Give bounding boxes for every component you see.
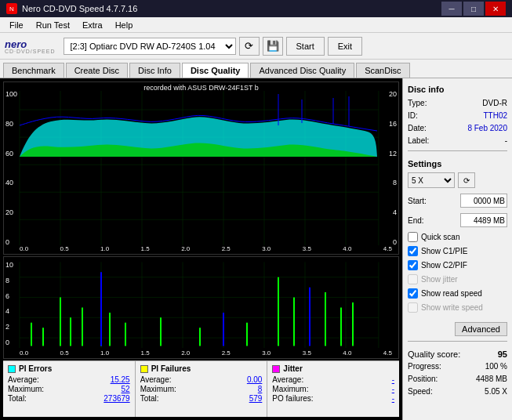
label-row: Label: - bbox=[408, 136, 507, 145]
jitter-maximum-row: Maximum: - bbox=[272, 385, 394, 393]
tabs: Benchmark Create Disc Disc Info Disc Qua… bbox=[0, 60, 512, 78]
exit-button[interactable]: Exit bbox=[328, 37, 362, 56]
jitter-maximum-value: - bbox=[392, 385, 394, 393]
show-write-speed-checkbox[interactable] bbox=[408, 302, 418, 313]
nero-logo: nero CD·DVD/SPEED bbox=[5, 38, 56, 54]
tab-scandisc[interactable]: ScanDisc bbox=[356, 63, 409, 78]
speed-refresh-button[interactable]: ⟳ bbox=[458, 172, 475, 188]
nero-logo-subtitle: CD·DVD/SPEED bbox=[5, 49, 56, 54]
quick-scan-row: Quick scan bbox=[408, 232, 507, 242]
type-label: Type: bbox=[408, 99, 427, 107]
advanced-button[interactable]: Advanced bbox=[455, 322, 507, 336]
show-c2pif-row: Show C2/PIF bbox=[408, 260, 507, 270]
start-input[interactable] bbox=[460, 194, 507, 208]
settings-title: Settings bbox=[408, 159, 507, 168]
titlebar-left: N Nero CD-DVD Speed 4.7.7.16 bbox=[6, 3, 137, 14]
refresh-button[interactable]: ⟳ bbox=[239, 37, 260, 56]
menu-run-test[interactable]: Run Test bbox=[30, 19, 76, 31]
date-row: Date: 8 Feb 2020 bbox=[408, 124, 507, 132]
bottom-chart-x-labels: 0.0 0.5 1.0 1.5 2.0 2.5 3.0 3.5 4.0 4.5 bbox=[20, 349, 392, 357]
position-row: Position: 4488 MB bbox=[408, 375, 507, 383]
show-c1pie-row: Show C1/PIE bbox=[408, 246, 507, 256]
pi-failures-total-value: 579 bbox=[249, 394, 263, 403]
divider-1 bbox=[408, 150, 507, 151]
jitter-average-row: Average: - bbox=[272, 375, 394, 384]
jitter-average-value: - bbox=[392, 375, 394, 384]
start-button[interactable]: Start bbox=[286, 37, 325, 56]
jitter-color bbox=[272, 365, 280, 373]
show-c1pie-label: Show C1/PIE bbox=[421, 247, 467, 255]
quick-scan-checkbox[interactable] bbox=[408, 232, 418, 242]
show-read-speed-checkbox[interactable] bbox=[408, 288, 418, 299]
show-c2pif-checkbox[interactable] bbox=[408, 260, 418, 270]
bottom-chart: 10 8 6 4 2 0 bbox=[3, 256, 399, 359]
show-c2pif-label: Show C2/PIF bbox=[421, 261, 467, 270]
type-value: DVD-R bbox=[482, 99, 507, 107]
tab-benchmark[interactable]: Benchmark bbox=[3, 63, 64, 78]
pi-errors-title: PI Errors bbox=[8, 364, 130, 373]
titlebar-title: Nero CD-DVD Speed 4.7.7.16 bbox=[22, 4, 137, 13]
type-row: Type: DVD-R bbox=[408, 99, 507, 107]
speed-label: Speed: bbox=[408, 387, 433, 396]
date-value: 8 Feb 2020 bbox=[467, 124, 507, 132]
drive-select[interactable]: [2:3] Optiarc DVD RW AD-7240S 1.04 bbox=[64, 38, 236, 55]
legend-pi-failures: PI Failures Average: 0.00 Maximum: 8 Tot… bbox=[136, 361, 268, 417]
jitter-po-value: - bbox=[392, 394, 394, 403]
speed-row: 5 X ⟳ bbox=[408, 172, 507, 188]
bottom-chart-y-left: 10 8 6 4 2 0 bbox=[5, 261, 13, 346]
menu-extra[interactable]: Extra bbox=[76, 19, 109, 31]
chart-title: recorded with ASUS DRW-24F1ST b bbox=[143, 84, 259, 92]
jitter-po-row: PO failures: - bbox=[272, 394, 394, 403]
bottom-chart-svg bbox=[4, 257, 398, 358]
save-button[interactable]: 💾 bbox=[263, 37, 283, 56]
show-write-speed-label: Show write speed bbox=[421, 303, 483, 312]
speed-select[interactable]: 5 X bbox=[408, 172, 455, 188]
close-button[interactable]: ✕ bbox=[485, 2, 506, 16]
pi-failures-average-value: 0.00 bbox=[247, 375, 262, 384]
id-label: ID: bbox=[408, 111, 418, 120]
start-row: Start: bbox=[408, 194, 507, 208]
pi-failures-total-row: Total: 579 bbox=[140, 394, 263, 403]
quick-scan-label: Quick scan bbox=[421, 233, 459, 241]
legend-jitter: Jitter Average: - Maximum: - PO failures… bbox=[267, 361, 399, 417]
tab-create-disc[interactable]: Create Disc bbox=[66, 63, 128, 78]
divider-2 bbox=[408, 341, 507, 342]
titlebar-controls: ─ □ ✕ bbox=[441, 2, 506, 16]
top-chart-x-labels: 0.0 0.5 1.0 1.5 2.0 2.5 3.0 3.5 4.0 4.5 bbox=[20, 245, 392, 252]
tab-disc-info[interactable]: Disc Info bbox=[129, 63, 180, 78]
id-value: TTH02 bbox=[483, 111, 507, 120]
end-input[interactable] bbox=[460, 213, 507, 227]
label-value: - bbox=[505, 136, 507, 145]
show-jitter-checkbox[interactable] bbox=[408, 274, 418, 284]
toolbar: nero CD·DVD/SPEED [2:3] Optiarc DVD RW A… bbox=[0, 33, 512, 60]
jitter-title: Jitter bbox=[272, 364, 394, 373]
show-c1pie-checkbox[interactable] bbox=[408, 246, 418, 256]
pi-errors-average-row: Average: 15.25 bbox=[8, 375, 130, 384]
svg-rect-20 bbox=[4, 257, 398, 358]
maximize-button[interactable]: □ bbox=[463, 2, 484, 16]
menu-file[interactable]: File bbox=[3, 19, 30, 31]
top-chart: recorded with ASUS DRW-24F1ST b 100 80 6… bbox=[3, 81, 399, 255]
speed-row2: Speed: 5.05 X bbox=[408, 387, 507, 396]
pi-failures-color bbox=[140, 365, 148, 373]
pi-errors-total-row: Total: 273679 bbox=[8, 394, 130, 403]
legend-pi-errors: PI Errors Average: 15.25 Maximum: 52 Tot… bbox=[3, 361, 136, 417]
pi-errors-total-value: 273679 bbox=[103, 394, 129, 403]
label-label: Label: bbox=[408, 136, 429, 145]
show-read-speed-row: Show read speed bbox=[408, 288, 507, 299]
tab-disc-quality[interactable]: Disc Quality bbox=[182, 63, 249, 78]
progress-label: Progress: bbox=[408, 362, 441, 371]
menu-help[interactable]: Help bbox=[109, 19, 140, 31]
quality-score-label: Quality score: bbox=[408, 349, 460, 359]
quality-score-value: 95 bbox=[498, 349, 507, 359]
pi-errors-average-value: 15.25 bbox=[111, 375, 130, 384]
progress-value: 100 % bbox=[485, 362, 507, 371]
pi-errors-maximum-value: 52 bbox=[122, 385, 130, 393]
right-panel: Disc info Type: DVD-R ID: TTH02 Date: 8 … bbox=[402, 78, 512, 420]
titlebar: N Nero CD-DVD Speed 4.7.7.16 ─ □ ✕ bbox=[0, 0, 512, 17]
tab-advanced-disc-quality[interactable]: Advanced Disc Quality bbox=[250, 63, 354, 78]
main-content: recorded with ASUS DRW-24F1ST b 100 80 6… bbox=[0, 78, 512, 420]
minimize-button[interactable]: ─ bbox=[441, 2, 462, 16]
quality-score-row: Quality score: 95 bbox=[408, 349, 507, 359]
date-label: Date: bbox=[408, 124, 427, 132]
